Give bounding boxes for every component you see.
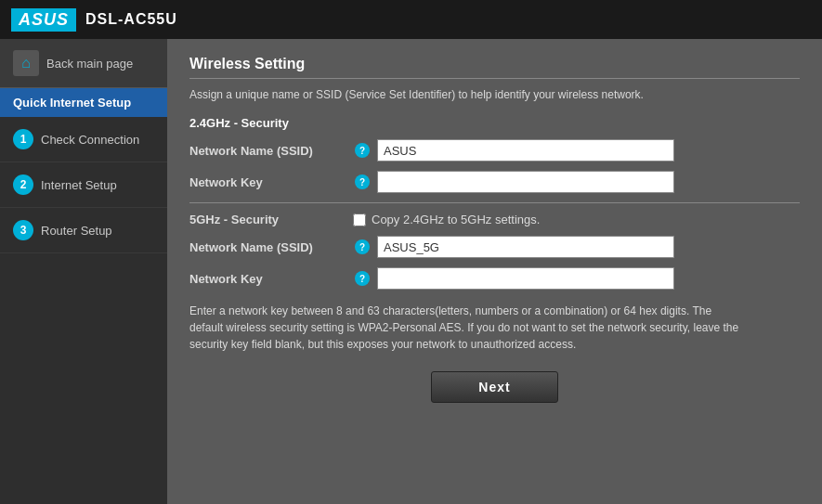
sidebar-item-internet-setup[interactable]: 2 Internet Setup [0, 162, 167, 208]
model-name: DSL-AC55U [85, 11, 177, 28]
internet-setup-label: Internet Setup [41, 178, 117, 192]
ssid-5g-row: Network Name (SSID) ? [189, 236, 800, 258]
ssid-24-label: Network Name (SSID) [189, 144, 347, 158]
step-3-circle: 3 [13, 220, 33, 240]
asus-logo: ASUS [11, 8, 76, 32]
divider [189, 202, 800, 203]
key-5g-input[interactable] [377, 267, 674, 290]
description-text: Assign a unique name or SSID (Service Se… [189, 88, 800, 101]
check-connection-label: Check Connection [41, 133, 139, 147]
section-5ghz-label: 5GHz - Security [189, 213, 347, 226]
step-2-circle: 2 [13, 174, 33, 195]
copy-settings-checkbox[interactable] [353, 213, 366, 226]
ssid-24-input[interactable] [377, 139, 674, 162]
copy-settings-label: Copy 2.4GHz to 5GHz settings. [372, 213, 540, 226]
header: ASUS DSL-AC55U [0, 0, 822, 39]
sidebar-item-check-connection[interactable]: 1 Check Connection [0, 117, 167, 162]
sidebar-item-router-setup[interactable]: 3 Router Setup [0, 208, 167, 253]
page-title: Wireless Setting [189, 56, 800, 79]
ssid-5g-label: Network Name (SSID) [189, 240, 347, 254]
key-24-row: Network Key ? [189, 171, 800, 193]
ssid-24-help-icon[interactable]: ? [355, 143, 370, 158]
key-24-input[interactable] [377, 171, 674, 193]
ssid-5g-help-icon[interactable]: ? [355, 239, 370, 254]
main-content: Wireless Setting Assign a unique name or… [167, 39, 822, 504]
router-setup-label: Router Setup [41, 224, 112, 238]
key-5g-label: Network Key [189, 272, 347, 286]
5ghz-section-row: 5GHz - Security Copy 2.4GHz to 5GHz sett… [189, 213, 800, 226]
next-button[interactable]: Next [431, 371, 557, 403]
note-text: Enter a network key between 8 and 63 cha… [189, 303, 747, 353]
layout: ⌂ Back main page Quick Internet Setup 1 … [0, 39, 822, 504]
back-button-label: Back main page [46, 57, 133, 71]
quick-setup-label: Quick Internet Setup [0, 88, 167, 117]
section-24ghz-label: 2.4GHz - Security [189, 116, 800, 130]
key-5g-help-icon[interactable]: ? [355, 271, 370, 286]
sidebar: ⌂ Back main page Quick Internet Setup 1 … [0, 39, 167, 504]
back-icon: ⌂ [13, 50, 39, 76]
step-1-circle: 1 [13, 129, 33, 149]
button-row: Next [189, 371, 800, 403]
ssid-24-row: Network Name (SSID) ? [189, 139, 800, 162]
key-24-help-icon[interactable]: ? [355, 174, 370, 189]
key-5g-row: Network Key ? [189, 267, 800, 290]
key-24-label: Network Key [189, 175, 347, 189]
back-main-page-button[interactable]: ⌂ Back main page [0, 39, 167, 88]
ssid-5g-input[interactable] [377, 236, 674, 258]
